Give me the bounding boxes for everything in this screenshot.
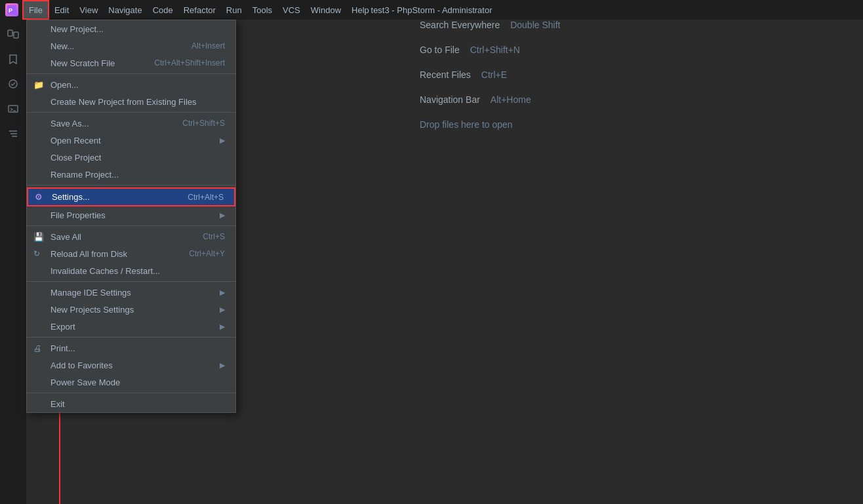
code-menu-item[interactable]: Code bbox=[148, 0, 178, 20]
separator-7 bbox=[27, 393, 235, 393]
content-area: New Project... New... Alt+Insert New Scr… bbox=[26, 20, 863, 504]
menu-item-exit[interactable]: Exit bbox=[27, 395, 235, 412]
menu-item-open-recent[interactable]: Open Recent ▶ bbox=[27, 132, 235, 149]
menu-item-print[interactable]: 🖨 Print... bbox=[27, 339, 235, 357]
menu-item-new-projects-settings[interactable]: New Projects Settings ▶ bbox=[27, 301, 235, 318]
menu-item-open[interactable]: 📁 Open... bbox=[27, 76, 235, 93]
hint-drop-files: Drop files here to open bbox=[420, 119, 513, 130]
bookmark-icon[interactable] bbox=[1, 47, 25, 71]
main-area: New Project... New... Alt+Insert New Scr… bbox=[0, 20, 863, 504]
menu-bar: File Edit View Navigate Code Refactor Ru… bbox=[22, 0, 374, 20]
menu-item-export[interactable]: Export ▶ bbox=[27, 318, 235, 335]
menu-item-rename-project[interactable]: Rename Project... bbox=[27, 166, 235, 183]
gear-icon: ⚙ bbox=[35, 192, 43, 202]
hint-goto-file: Go to File Ctrl+Shift+N bbox=[420, 45, 520, 55]
terminal-icon[interactable] bbox=[1, 97, 25, 121]
menu-item-reload-disk[interactable]: ↻ Reload All from Disk Ctrl+Alt+Y bbox=[27, 245, 235, 262]
print-icon: 🖨 bbox=[33, 343, 42, 353]
menu-item-manage-ide[interactable]: Manage IDE Settings ▶ bbox=[27, 284, 235, 301]
hint-recent-files: Recent Files Ctrl+E bbox=[420, 69, 507, 80]
reload-icon: ↻ bbox=[33, 249, 40, 258]
window-title: test3 - PhpStorm - Administrator bbox=[371, 5, 492, 15]
app-logo: P bbox=[5, 3, 18, 16]
svg-rect-2 bbox=[8, 30, 12, 36]
file-dropdown-menu: New Project... New... Alt+Insert New Scr… bbox=[26, 20, 236, 413]
title-bar: P File Edit View Navigate Code Refactor … bbox=[0, 0, 863, 20]
svg-rect-3 bbox=[14, 32, 18, 38]
sidebar-icons bbox=[0, 20, 26, 504]
navigate-menu-item[interactable]: Navigate bbox=[103, 0, 147, 20]
file-menu-item[interactable]: File bbox=[22, 0, 49, 20]
menu-item-invalidate-caches[interactable]: Invalidate Caches / Restart... bbox=[27, 262, 235, 279]
menu-item-create-from-existing[interactable]: Create New Project from Existing Files bbox=[27, 93, 235, 110]
edit-menu-item[interactable]: Edit bbox=[49, 0, 74, 20]
separator-3 bbox=[27, 185, 235, 185]
menu-item-new-scratch[interactable]: New Scratch File Ctrl+Alt+Shift+Insert bbox=[27, 54, 235, 71]
separator-2 bbox=[27, 112, 235, 113]
menu-item-save-all[interactable]: 💾 Save All Ctrl+S bbox=[27, 228, 235, 245]
separator-4 bbox=[27, 225, 235, 226]
tools-menu-item[interactable]: Tools bbox=[247, 0, 277, 20]
menu-item-new-project[interactable]: New Project... bbox=[27, 20, 235, 37]
menu-item-save-as[interactable]: Save As... Ctrl+Shift+S bbox=[27, 115, 235, 132]
structure-icon[interactable] bbox=[1, 122, 25, 145]
separator-6 bbox=[27, 337, 235, 338]
vcs-menu-item[interactable]: VCS bbox=[277, 0, 306, 20]
folder-icon: 📁 bbox=[33, 80, 44, 90]
separator-5 bbox=[27, 281, 235, 282]
hint-nav-bar: Navigation Bar Alt+Home bbox=[420, 94, 531, 105]
menu-item-add-favorites[interactable]: Add to Favorites ▶ bbox=[27, 357, 235, 374]
hint-search: Search Everywhere Double Shift bbox=[420, 20, 560, 30]
view-menu-item[interactable]: View bbox=[74, 0, 103, 20]
refactor-menu-item[interactable]: Refactor bbox=[178, 0, 221, 20]
save-icon: 💾 bbox=[33, 232, 44, 242]
project-icon[interactable] bbox=[1, 22, 25, 46]
menu-item-settings[interactable]: ⚙ Settings... Ctrl+Alt+S bbox=[27, 187, 235, 206]
menu-item-file-properties[interactable]: File Properties ▶ bbox=[27, 206, 235, 223]
separator-1 bbox=[27, 73, 235, 74]
menu-item-power-save[interactable]: Power Save Mode bbox=[27, 374, 235, 391]
help-menu-item[interactable]: Help bbox=[346, 0, 374, 20]
menu-item-new[interactable]: New... Alt+Insert bbox=[27, 37, 235, 54]
menu-item-close-project[interactable]: Close Project bbox=[27, 149, 235, 166]
svg-text:P: P bbox=[9, 7, 12, 14]
check-icon[interactable] bbox=[1, 72, 25, 96]
window-menu-item[interactable]: Window bbox=[306, 0, 346, 20]
run-menu-item[interactable]: Run bbox=[221, 0, 247, 20]
